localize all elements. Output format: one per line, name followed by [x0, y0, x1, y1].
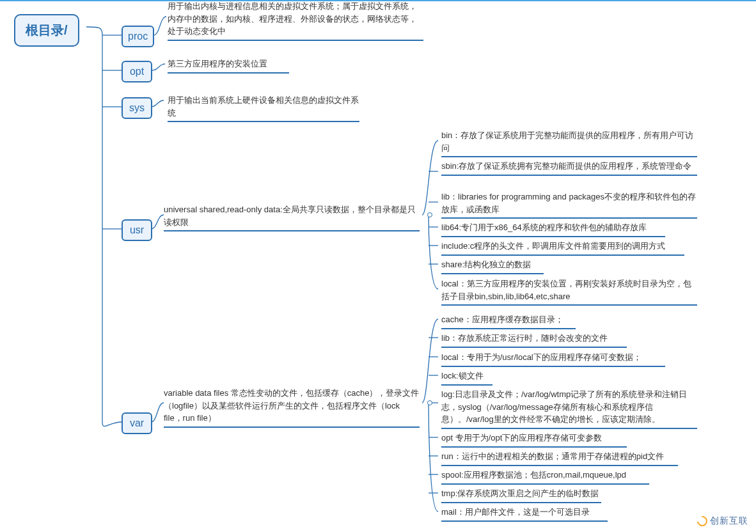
watermark-text: 创新互联 — [710, 515, 748, 527]
dir-opt[interactable]: opt — [122, 61, 152, 82]
var-desc: variable data files 常态性变动的文件，包括缓存（cache）… — [164, 387, 420, 428]
var-mail: mail：用户邮件文件，这是一个可选目录 — [441, 506, 608, 522]
sys-desc: 用于输出当前系统上硬件设备相关信息的虚拟文件系统 — [168, 94, 359, 122]
usr-desc: universal shared,read-only data:全局共享只读数据… — [164, 203, 420, 231]
proc-desc: 用于输出内核与进程信息相关的虚拟文件系统；属于虚拟文件系统，内存中的数据，如内核… — [168, 0, 423, 41]
dir-var-label: var — [130, 418, 144, 429]
usr-bin: bin：存放了保证系统用于完整功能而提供的应用程序，所有用户可访问 — [441, 129, 697, 157]
usr-include: include:c程序的头文件，即调用库文件前需要用到的调用方式 — [441, 240, 684, 256]
var-spool: spool:应用程序数据池；包括cron,mail,mqueue,lpd — [441, 469, 649, 485]
var-local: local：专用于为/usr/local下的应用程序存储可变数据； — [441, 351, 665, 367]
var-opt: opt 专用于为/opt下的应用程序存储可变参数 — [441, 432, 627, 448]
root-label: 根目录/ — [26, 22, 68, 39]
dir-sys[interactable]: sys — [122, 97, 152, 119]
dir-proc[interactable]: proc — [122, 26, 154, 47]
opt-desc: 第三方应用程序的安装位置 — [168, 58, 289, 74]
usr-lib: lib：libraries for programming and packag… — [441, 191, 697, 219]
var-tmp: tmp:保存系统两次重启之间产生的临时数据 — [441, 487, 601, 503]
dir-sys-label: sys — [129, 102, 145, 114]
root-node[interactable]: 根目录/ — [14, 14, 79, 47]
dir-opt-label: opt — [130, 66, 144, 77]
watermark-logo-icon — [695, 514, 710, 529]
var-run: run：运行中的进程相关的数据；通常用于存储进程的pid文件 — [441, 450, 678, 466]
var-lib: lib：存放系统正常运行时，随时会改变的文件 — [441, 332, 627, 348]
expand-handle-icon[interactable] — [427, 400, 432, 405]
expand-handle-icon[interactable] — [427, 212, 432, 217]
dir-usr[interactable]: usr — [122, 219, 152, 241]
var-cache: cache：应用程序缓存数据目录； — [441, 313, 576, 329]
var-log: log:日志目录及文件；/var/log/wtmp记录了所有的系统登录和注销日志… — [441, 388, 697, 429]
var-lock: lock:锁文件 — [441, 370, 492, 386]
dir-proc-label: proc — [128, 31, 148, 42]
usr-sbin: sbin:存放了保证系统拥有完整功能而提供的应用程序，系统管理命令 — [441, 160, 697, 176]
usr-local: local：第三方应用程序的安装位置，再刚安装好系统时目录为空，包括子目录bin… — [441, 278, 697, 306]
usr-lib64: lib64:专门用于x86_64系统的程序和软件包的辅助存放库 — [441, 221, 665, 237]
dir-var[interactable]: var — [122, 412, 152, 434]
watermark: 创新互联 — [697, 515, 748, 527]
usr-share: share:结构化独立的数据 — [441, 258, 544, 274]
dir-usr-label: usr — [130, 224, 144, 236]
